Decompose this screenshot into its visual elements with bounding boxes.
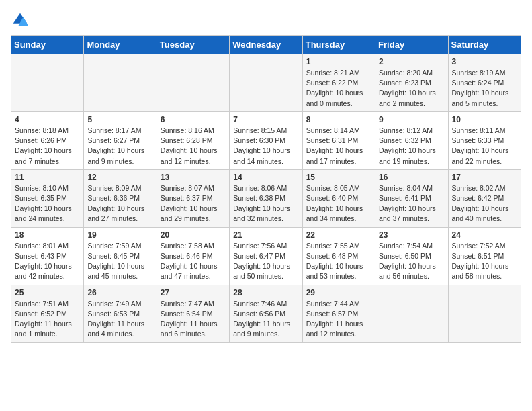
day-number: 23 <box>379 230 444 240</box>
calendar-cell: 27Sunrise: 7:47 AM Sunset: 6:54 PM Dayli… <box>157 285 229 342</box>
calendar-cell: 20Sunrise: 7:58 AM Sunset: 6:46 PM Dayli… <box>157 227 229 285</box>
logo-icon <box>11 11 30 30</box>
day-info: Sunrise: 7:49 AM Sunset: 6:53 PM Dayligh… <box>87 299 152 340</box>
calendar-cell: 16Sunrise: 8:04 AM Sunset: 6:41 PM Dayli… <box>375 169 448 227</box>
day-number: 11 <box>15 173 80 182</box>
calendar-cell: 15Sunrise: 8:05 AM Sunset: 6:40 PM Dayli… <box>302 169 375 227</box>
calendar-cell <box>448 285 521 342</box>
calendar-cell: 1Sunrise: 8:21 AM Sunset: 6:22 PM Daylig… <box>302 54 375 112</box>
day-number: 3 <box>452 57 517 66</box>
calendar-cell: 25Sunrise: 7:51 AM Sunset: 6:52 PM Dayli… <box>11 285 84 342</box>
day-info: Sunrise: 7:56 AM Sunset: 6:47 PM Dayligh… <box>233 241 298 282</box>
calendar-cell: 13Sunrise: 8:07 AM Sunset: 6:37 PM Dayli… <box>157 169 229 227</box>
header <box>11 11 521 30</box>
calendar-cell: 3Sunrise: 8:19 AM Sunset: 6:24 PM Daylig… <box>448 54 521 112</box>
calendar-cell: 4Sunrise: 8:18 AM Sunset: 6:26 PM Daylig… <box>11 111 84 169</box>
day-number: 15 <box>306 173 371 182</box>
day-number: 26 <box>87 288 152 298</box>
day-number: 8 <box>306 115 371 124</box>
weekday-header: Tuesday <box>157 36 229 54</box>
day-info: Sunrise: 8:21 AM Sunset: 6:22 PM Dayligh… <box>306 68 371 109</box>
day-info: Sunrise: 8:16 AM Sunset: 6:28 PM Dayligh… <box>161 126 226 167</box>
day-info: Sunrise: 8:18 AM Sunset: 6:26 PM Dayligh… <box>15 126 80 167</box>
day-number: 18 <box>15 230 80 240</box>
day-number: 25 <box>15 288 80 298</box>
weekday-header: Monday <box>84 36 157 54</box>
weekday-header: Friday <box>375 36 448 54</box>
calendar-table: SundayMondayTuesdayWednesdayThursdayFrid… <box>11 35 521 342</box>
day-number: 2 <box>379 57 444 66</box>
weekday-header: Wednesday <box>230 36 302 54</box>
calendar-cell: 28Sunrise: 7:46 AM Sunset: 6:56 PM Dayli… <box>230 285 302 342</box>
day-info: Sunrise: 8:11 AM Sunset: 6:33 PM Dayligh… <box>452 126 517 167</box>
day-number: 1 <box>306 57 371 66</box>
day-info: Sunrise: 8:07 AM Sunset: 6:37 PM Dayligh… <box>161 183 226 224</box>
calendar-cell <box>157 54 229 112</box>
calendar-week-row: 1Sunrise: 8:21 AM Sunset: 6:22 PM Daylig… <box>11 54 521 112</box>
day-info: Sunrise: 8:19 AM Sunset: 6:24 PM Dayligh… <box>452 68 517 109</box>
day-number: 22 <box>306 230 371 240</box>
day-number: 6 <box>161 115 226 124</box>
calendar-week-row: 18Sunrise: 8:01 AM Sunset: 6:43 PM Dayli… <box>11 227 521 285</box>
weekday-header: Sunday <box>11 36 84 54</box>
calendar-cell: 18Sunrise: 8:01 AM Sunset: 6:43 PM Dayli… <box>11 227 84 285</box>
day-number: 21 <box>233 230 298 240</box>
day-number: 9 <box>379 115 444 124</box>
calendar-cell: 5Sunrise: 8:17 AM Sunset: 6:27 PM Daylig… <box>84 111 157 169</box>
day-number: 14 <box>233 173 298 182</box>
calendar-cell <box>11 54 84 112</box>
logo <box>11 11 32 30</box>
calendar-cell: 14Sunrise: 8:06 AM Sunset: 6:38 PM Dayli… <box>230 169 302 227</box>
calendar-cell: 10Sunrise: 8:11 AM Sunset: 6:33 PM Dayli… <box>448 111 521 169</box>
weekday-header: Saturday <box>448 36 521 54</box>
calendar-cell: 2Sunrise: 8:20 AM Sunset: 6:23 PM Daylig… <box>375 54 448 112</box>
day-info: Sunrise: 7:58 AM Sunset: 6:46 PM Dayligh… <box>161 241 226 282</box>
header-row: SundayMondayTuesdayWednesdayThursdayFrid… <box>11 36 521 54</box>
calendar-week-row: 11Sunrise: 8:10 AM Sunset: 6:35 PM Dayli… <box>11 169 521 227</box>
day-number: 24 <box>452 230 517 240</box>
calendar-cell: 26Sunrise: 7:49 AM Sunset: 6:53 PM Dayli… <box>84 285 157 342</box>
calendar-cell: 7Sunrise: 8:15 AM Sunset: 6:30 PM Daylig… <box>230 111 302 169</box>
day-number: 28 <box>233 288 298 298</box>
day-info: Sunrise: 7:51 AM Sunset: 6:52 PM Dayligh… <box>15 299 80 340</box>
calendar-cell <box>375 285 448 342</box>
calendar-cell: 17Sunrise: 8:02 AM Sunset: 6:42 PM Dayli… <box>448 169 521 227</box>
day-info: Sunrise: 8:17 AM Sunset: 6:27 PM Dayligh… <box>87 126 152 167</box>
calendar-week-row: 25Sunrise: 7:51 AM Sunset: 6:52 PM Dayli… <box>11 285 521 342</box>
day-info: Sunrise: 8:20 AM Sunset: 6:23 PM Dayligh… <box>379 68 444 109</box>
day-number: 10 <box>452 115 517 124</box>
calendar-cell: 9Sunrise: 8:12 AM Sunset: 6:32 PM Daylig… <box>375 111 448 169</box>
day-info: Sunrise: 7:52 AM Sunset: 6:51 PM Dayligh… <box>452 241 517 282</box>
day-info: Sunrise: 7:44 AM Sunset: 6:57 PM Dayligh… <box>306 299 371 340</box>
day-info: Sunrise: 7:55 AM Sunset: 6:48 PM Dayligh… <box>306 241 371 282</box>
day-number: 17 <box>452 173 517 182</box>
day-info: Sunrise: 8:12 AM Sunset: 6:32 PM Dayligh… <box>379 126 444 167</box>
day-info: Sunrise: 8:06 AM Sunset: 6:38 PM Dayligh… <box>233 183 298 224</box>
day-info: Sunrise: 7:46 AM Sunset: 6:56 PM Dayligh… <box>233 299 298 340</box>
day-info: Sunrise: 7:47 AM Sunset: 6:54 PM Dayligh… <box>161 299 226 340</box>
day-number: 27 <box>161 288 226 298</box>
day-number: 20 <box>161 230 226 240</box>
calendar-cell: 23Sunrise: 7:54 AM Sunset: 6:50 PM Dayli… <box>375 227 448 285</box>
calendar-cell: 6Sunrise: 8:16 AM Sunset: 6:28 PM Daylig… <box>157 111 229 169</box>
calendar-cell: 12Sunrise: 8:09 AM Sunset: 6:36 PM Dayli… <box>84 169 157 227</box>
day-number: 12 <box>87 173 152 182</box>
day-info: Sunrise: 8:10 AM Sunset: 6:35 PM Dayligh… <box>15 183 80 224</box>
day-info: Sunrise: 8:02 AM Sunset: 6:42 PM Dayligh… <box>452 183 517 224</box>
calendar-cell: 19Sunrise: 7:59 AM Sunset: 6:45 PM Dayli… <box>84 227 157 285</box>
day-number: 16 <box>379 173 444 182</box>
day-info: Sunrise: 8:15 AM Sunset: 6:30 PM Dayligh… <box>233 126 298 167</box>
calendar-cell: 11Sunrise: 8:10 AM Sunset: 6:35 PM Dayli… <box>11 169 84 227</box>
day-number: 19 <box>87 230 152 240</box>
day-info: Sunrise: 8:14 AM Sunset: 6:31 PM Dayligh… <box>306 126 371 167</box>
day-number: 29 <box>306 288 371 298</box>
calendar-cell: 29Sunrise: 7:44 AM Sunset: 6:57 PM Dayli… <box>302 285 375 342</box>
day-number: 4 <box>15 115 80 124</box>
day-number: 13 <box>161 173 226 182</box>
day-info: Sunrise: 8:05 AM Sunset: 6:40 PM Dayligh… <box>306 183 371 224</box>
calendar-cell <box>84 54 157 112</box>
weekday-header: Thursday <box>302 36 375 54</box>
calendar-cell: 22Sunrise: 7:55 AM Sunset: 6:48 PM Dayli… <box>302 227 375 285</box>
day-number: 7 <box>233 115 298 124</box>
calendar-cell <box>230 54 302 112</box>
